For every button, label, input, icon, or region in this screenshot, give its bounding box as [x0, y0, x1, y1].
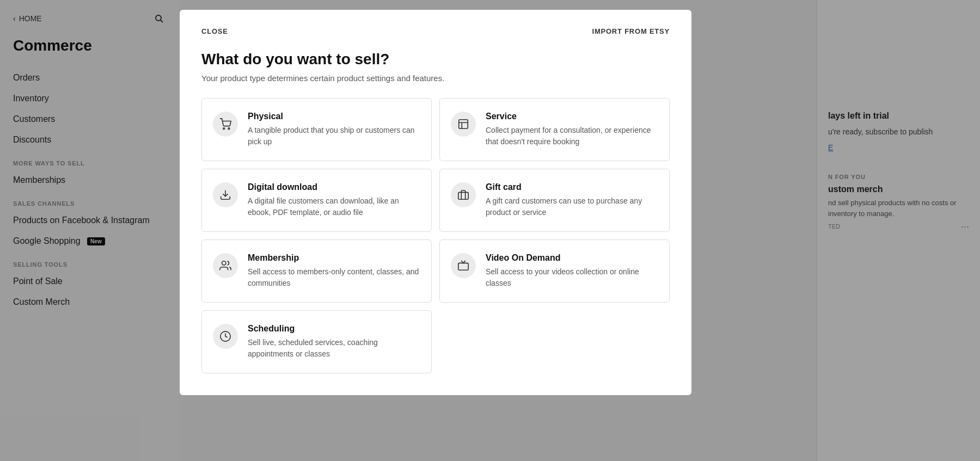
modal-subtitle: Your product type determines certain pro…	[201, 73, 670, 83]
product-card-membership[interactable]: Membership Sell access to members-only c…	[201, 239, 432, 303]
scheduling-content: Scheduling Sell live, scheduled services…	[248, 324, 420, 360]
digital-download-icon	[213, 182, 238, 207]
video-on-demand-desc: Sell access to your videos collection or…	[486, 266, 658, 289]
product-card-video-on-demand[interactable]: Video On Demand Sell access to your vide…	[439, 239, 670, 303]
svg-rect-8	[458, 192, 468, 199]
modal-header: CLOSE IMPORT FROM ETSY	[201, 27, 670, 35]
video-on-demand-title: Video On Demand	[486, 253, 658, 263]
digital-download-desc: A digital file customers can download, l…	[248, 195, 420, 218]
svg-point-3	[228, 128, 230, 130]
scheduling-title: Scheduling	[248, 324, 420, 334]
gift-card-desc: A gift card customers can use to purchas…	[486, 195, 658, 218]
physical-icon	[213, 112, 238, 137]
product-card-physical[interactable]: Physical A tangible product that you shi…	[201, 98, 432, 161]
product-card-scheduling[interactable]: Scheduling Sell live, scheduled services…	[201, 310, 432, 373]
product-card-digital-download[interactable]: Digital download A digital file customer…	[201, 169, 432, 232]
gift-card-title: Gift card	[486, 182, 658, 192]
physical-desc: A tangible product that you ship or cust…	[248, 125, 420, 147]
membership-desc: Sell access to members-only content, cla…	[248, 266, 420, 289]
svg-rect-4	[459, 120, 468, 129]
video-on-demand-content: Video On Demand Sell access to your vide…	[486, 253, 658, 289]
digital-download-content: Digital download A digital file customer…	[248, 182, 420, 218]
service-icon	[451, 112, 476, 137]
scheduling-icon	[213, 324, 238, 349]
physical-title: Physical	[248, 112, 420, 121]
svg-point-9	[222, 261, 226, 265]
product-type-modal: CLOSE IMPORT FROM ETSY What do you want …	[180, 10, 691, 395]
product-card-gift-card[interactable]: Gift card A gift card customers can use …	[439, 169, 670, 232]
product-type-grid: Physical A tangible product that you shi…	[201, 98, 670, 373]
video-on-demand-icon	[451, 253, 476, 278]
digital-download-title: Digital download	[248, 182, 420, 192]
product-card-service[interactable]: Service Collect payment for a consultati…	[439, 98, 670, 161]
close-button[interactable]: CLOSE	[201, 27, 228, 35]
service-content: Service Collect payment for a consultati…	[486, 112, 658, 147]
service-desc: Collect payment for a consultation, or e…	[486, 125, 658, 147]
svg-rect-10	[458, 263, 468, 270]
service-title: Service	[486, 112, 658, 121]
scheduling-desc: Sell live, scheduled services, coaching …	[248, 337, 420, 360]
import-etsy-button[interactable]: IMPORT FROM ETSY	[592, 27, 670, 35]
membership-content: Membership Sell access to members-only c…	[248, 253, 420, 289]
membership-icon	[213, 253, 238, 278]
modal-title: What do you want to sell?	[201, 51, 670, 68]
svg-point-2	[223, 128, 225, 130]
gift-card-content: Gift card A gift card customers can use …	[486, 182, 658, 218]
physical-content: Physical A tangible product that you shi…	[248, 112, 420, 147]
membership-title: Membership	[248, 253, 420, 263]
gift-card-icon	[451, 182, 476, 207]
